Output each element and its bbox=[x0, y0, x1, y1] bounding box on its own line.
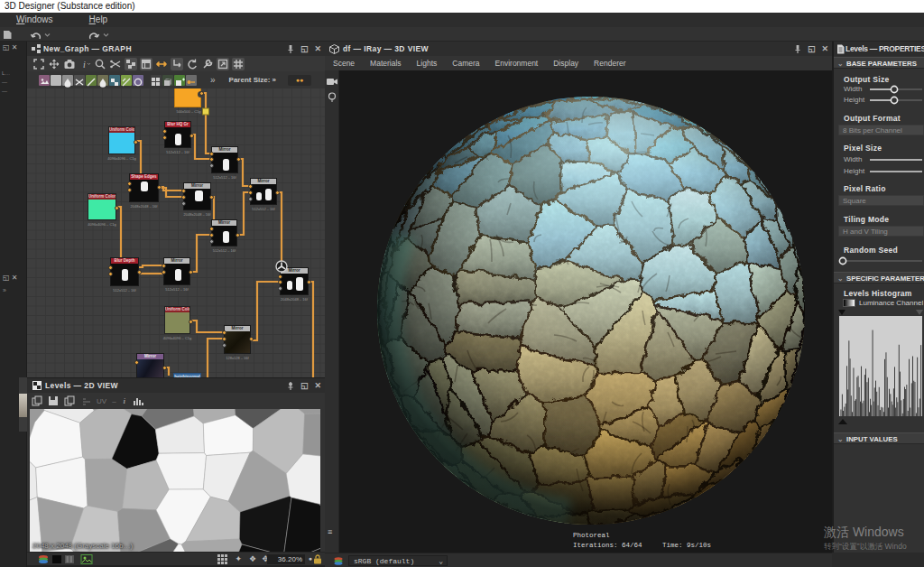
svg-text:i: i bbox=[83, 60, 86, 70]
